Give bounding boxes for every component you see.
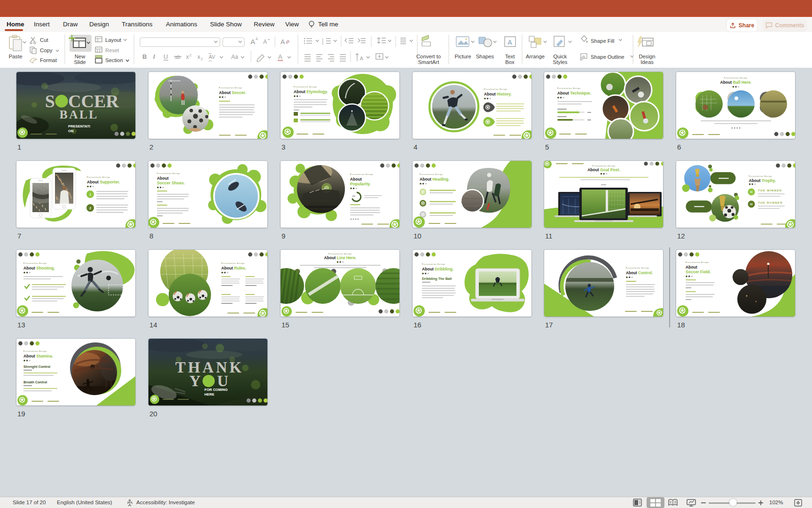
svg-text:Box: Box [505, 59, 515, 65]
svg-text:About Rules.: About Rules. [221, 266, 246, 270]
svg-text:About: About [350, 177, 362, 182]
svg-text:A: A [508, 39, 512, 46]
svg-text:Layout: Layout [105, 37, 122, 43]
svg-text:Arrange: Arrange [526, 54, 545, 59]
svg-text:Paste: Paste [9, 54, 23, 59]
svg-text:About Line Here.: About Line Here. [324, 255, 357, 260]
svg-text:I: I [153, 53, 155, 60]
svg-text:Presentation Design: Presentation Design [328, 253, 352, 255]
svg-text:Y: Y [189, 373, 201, 389]
svg-text:Shapes: Shapes [476, 54, 494, 59]
svg-text:Reset: Reset [105, 48, 119, 53]
svg-text:2: 2 [89, 206, 91, 210]
svg-text:About Goal Post.: About Goal Post. [587, 167, 620, 172]
svg-text:Convert to: Convert to [416, 54, 441, 59]
svg-text:S: S [45, 91, 55, 111]
svg-text:3: 3 [322, 42, 324, 45]
svg-text:Slide: Slide [74, 59, 86, 65]
svg-text:Soccer Shoes.: Soccer Shoes. [157, 181, 185, 185]
svg-text:Presentation Design: Presentation Design [749, 175, 773, 177]
svg-text:About Ball Here.: About Ball Here. [720, 80, 752, 85]
svg-text:About History.: About History. [484, 92, 512, 96]
svg-text:Presentation Design: Presentation Design [221, 262, 245, 264]
svg-text:SmartArt: SmartArt [418, 59, 439, 65]
svg-text:B: B [142, 53, 147, 60]
svg-text:2: 2 [189, 53, 192, 57]
svg-text:ab: ab [175, 54, 180, 60]
svg-text:New: New [75, 54, 86, 59]
svg-text:Presentation Design: Presentation Design [592, 165, 616, 167]
svg-text:AV: AV [209, 54, 216, 60]
svg-text:About Supporter.: About Supporter. [87, 180, 120, 184]
svg-text:Presentation Design: Presentation Design [23, 350, 47, 352]
svg-text:A: A [250, 38, 255, 46]
svg-text:U: U [164, 53, 168, 60]
svg-text:FOR COMING: FOR COMING [204, 388, 227, 392]
svg-text:Design: Design [639, 54, 655, 59]
svg-text:Presentation Design: Presentation Design [724, 77, 748, 79]
svg-text:x: x [186, 54, 189, 60]
svg-text:Presentation Design: Presentation Design [557, 87, 581, 89]
svg-text:Text: Text [505, 54, 515, 59]
svg-text:Shape Fill: Shape Fill [591, 38, 614, 44]
svg-text:THE RUNNER: THE RUNNER [758, 201, 783, 204]
svg-text:Presentation Design: Presentation Design [87, 176, 110, 178]
svg-text:Presentation Design: Presentation Design [686, 262, 709, 263]
svg-text:BALL: BALL [60, 108, 99, 121]
svg-text:About: About [157, 176, 169, 181]
svg-text:About Shooting.: About Shooting. [23, 266, 55, 270]
svg-text:A: A [281, 38, 285, 46]
svg-text:Presentation Design: Presentation Design [484, 88, 508, 90]
svg-text:About Etymology.: About Etymology. [294, 89, 328, 94]
svg-text:THE WINNER: THE WINNER [758, 189, 782, 192]
svg-text:ON: ON [68, 129, 73, 133]
svg-text:About Stamina.: About Stamina. [23, 354, 53, 358]
svg-text:Presentation Design: Presentation Design [294, 86, 317, 88]
svg-text:About Technique.: About Technique. [557, 91, 591, 95]
svg-text:About Soccer.: About Soccer. [219, 90, 246, 95]
svg-text:Presentation Design: Presentation Design [626, 267, 649, 269]
svg-text:About Dribbling.: About Dribbling. [422, 267, 453, 271]
svg-text:Aa: Aa [231, 54, 238, 60]
svg-text:2: 2 [201, 57, 203, 61]
svg-text:A: A [360, 56, 363, 61]
svg-text:Picture: Picture [454, 54, 471, 59]
svg-text:Breath Control: Breath Control [23, 380, 47, 384]
svg-text:A: A [263, 39, 267, 45]
svg-text:01: 01 [750, 190, 753, 193]
svg-text:1: 1 [89, 193, 91, 196]
svg-text:Strenght Control: Strenght Control [23, 365, 50, 369]
svg-text:A: A [278, 53, 282, 60]
svg-text:Presentation Design: Presentation Design [157, 173, 180, 175]
svg-text:About: About [686, 265, 697, 270]
svg-text:Quick: Quick [554, 54, 567, 59]
svg-text:Styles: Styles [553, 59, 568, 65]
svg-text:x: x [197, 54, 200, 60]
svg-text:Popularity.: Popularity. [350, 182, 371, 186]
svg-text:HERE: HERE [204, 392, 214, 397]
svg-text:About Heading.: About Heading. [420, 177, 450, 182]
svg-text:Presentation Design: Presentation Design [350, 174, 374, 175]
svg-text:Presentation Design: Presentation Design [219, 87, 242, 89]
svg-text:Dribbling The Ball: Dribbling The Ball [422, 277, 452, 281]
svg-text:Copy: Copy [40, 48, 53, 53]
svg-text:Section: Section [105, 57, 123, 63]
svg-text:Presentation Design: Presentation Design [23, 262, 47, 264]
svg-text:About Trophy.: About Trophy. [749, 178, 776, 183]
svg-text:Presentation Design: Presentation Design [422, 263, 445, 265]
svg-text:THANK: THANK [175, 359, 244, 376]
svg-text:02: 02 [750, 203, 753, 206]
svg-text:Shape Outline: Shape Outline [591, 54, 625, 60]
svg-text:Soccer Field.: Soccer Field. [686, 270, 711, 274]
svg-text:Ideas: Ideas [640, 59, 654, 65]
svg-text:About Control.: About Control. [626, 271, 653, 275]
svg-text:Cut: Cut [40, 37, 48, 43]
svg-text:Format: Format [40, 57, 57, 63]
svg-text:Presentation Design: Presentation Design [420, 174, 443, 175]
svg-text:PRESENTATI: PRESENTATI [68, 124, 90, 128]
svg-text:U: U [217, 373, 228, 389]
